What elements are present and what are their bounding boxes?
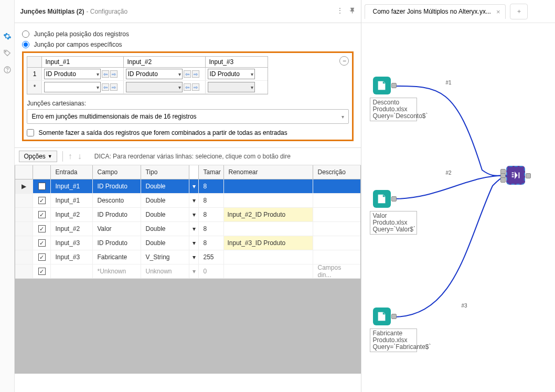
cell-desc [313, 179, 360, 193]
move-left-icon[interactable]: ⇦ [184, 70, 191, 78]
workflow-canvas[interactable]: #1 #2 #3 Desconto Produto.xlsx Query=`De… [361, 23, 555, 392]
cell-tipo: Double [141, 179, 189, 193]
input-node-2[interactable] [373, 190, 391, 208]
remove-row-button[interactable]: − [339, 56, 349, 66]
grid-row[interactable]: ▶ Input_#1 ID Produto Double ▾ 8 [15, 179, 360, 194]
col-blank [27, 57, 42, 67]
fields-grid-toolbar: Opções▼ ↑ ↓ DICA: Para reordenar várias … [15, 147, 361, 165]
cell-desc [313, 208, 360, 221]
cell-rename[interactable]: Input_#3_ID Produto [224, 236, 313, 250]
move-left-icon[interactable]: ⇦ [184, 83, 191, 91]
new-tab-button[interactable]: + [510, 4, 528, 19]
radio-label: Junção pela posição dos registros [34, 30, 129, 38]
join-config-highlight: Input_#1 Input_#2 Input_#3 1 ID Produto▾… [22, 51, 354, 141]
cartesian-select[interactable]: Erro em junções multidimensionais de mai… [27, 109, 349, 124]
workflow-panel: Como fazer Joins Múltiplos no Alteryx.yx… [361, 0, 555, 392]
type-dropdown-icon[interactable]: ▾ [189, 250, 199, 264]
cell-campo: Fabricante [93, 250, 141, 264]
row-checkbox[interactable] [33, 250, 51, 264]
grid-row[interactable]: Input_#3 ID Produto Double ▾ 8 Input_#3_… [15, 236, 360, 250]
cell-tam: 8 [199, 236, 224, 250]
grid-row[interactable]: Input_#2 Valor Double ▾ 8 [15, 222, 360, 236]
move-right-icon[interactable]: ⇨ [110, 70, 118, 78]
options-button[interactable]: Opções▼ [19, 151, 57, 162]
cell-campo: Desconto [93, 194, 141, 207]
cell-rename[interactable] [224, 179, 313, 193]
row-checkbox[interactable] [33, 179, 51, 193]
svg-point-0 [5, 51, 6, 52]
side-icon-rail [0, 0, 15, 392]
type-dropdown-icon[interactable]: ▾ [189, 264, 199, 278]
cell-campo: ID Produto [93, 179, 141, 193]
row-checkbox[interactable] [33, 236, 51, 250]
type-dropdown-icon[interactable]: ▾ [189, 208, 199, 221]
edge-label-3: #3 [461, 303, 467, 309]
cartesian-label: Junções cartesianas: [27, 100, 349, 107]
move-left-icon[interactable]: ⇦ [102, 83, 109, 91]
cell-tam: 255 [199, 250, 224, 264]
cell-desc [313, 222, 360, 236]
row-checkbox[interactable] [33, 222, 51, 236]
cell-tipo: Double [141, 236, 189, 250]
move-left-icon[interactable]: ⇦ [102, 70, 109, 78]
cell-entrada: Input_#1 [51, 179, 93, 193]
only-joined-checkbox[interactable]: Somente fazer a saída dos registros que … [27, 129, 349, 136]
type-dropdown-icon[interactable]: ▾ [189, 179, 199, 193]
col-input2: Input_#2 [124, 57, 206, 67]
move-down-icon[interactable]: ↓ [78, 152, 82, 161]
field-select-2[interactable]: ID Produto▾ [126, 69, 183, 79]
move-right-icon[interactable]: ⇨ [192, 83, 199, 91]
grid-row[interactable]: Input_#2 ID Produto Double ▾ 8 Input_#2_… [15, 208, 360, 222]
move-right-icon[interactable]: ⇨ [110, 83, 118, 91]
input-node-1[interactable] [373, 77, 391, 94]
cell-tam: 8 [199, 222, 224, 236]
field-select-disabled: ▾ [208, 82, 255, 92]
edge-label-1: #1 [445, 80, 451, 86]
cell-rename[interactable] [224, 250, 313, 264]
help-icon[interactable] [3, 65, 12, 75]
field-select-1[interactable]: ID Produto▾ [44, 69, 101, 79]
join-multiple-node[interactable] [506, 166, 525, 185]
grid-row[interactable]: Input_#3 Fabricante V_String ▾ 255 [15, 250, 360, 264]
cell-rename[interactable] [224, 194, 313, 207]
row-checkbox[interactable] [33, 208, 51, 221]
cell-tam: 8 [199, 194, 224, 207]
cartesian-value: Erro em junções multidimensionais de mai… [31, 113, 196, 120]
col-desc: Descrição [313, 165, 360, 179]
cell-rename[interactable]: Input_#2_ID Produto [224, 208, 313, 221]
grid-row[interactable]: *Unknown Unknown ▾ 0 Campos din... [15, 264, 360, 279]
type-dropdown-icon[interactable]: ▾ [189, 236, 199, 250]
row-checkbox[interactable] [33, 194, 51, 207]
pin-icon[interactable] [348, 7, 356, 16]
cell-desc: Campos din... [313, 264, 360, 278]
gear-icon[interactable] [3, 31, 12, 41]
join-multiple-icon [506, 166, 525, 185]
col-input3: Input_#3 [206, 57, 268, 67]
cell-rename[interactable] [224, 264, 313, 278]
menu-icon[interactable]: ⋮ [337, 7, 343, 16]
cell-desc [313, 250, 360, 264]
radio-by-position[interactable]: Junção pela posição dos registros [22, 30, 354, 38]
row-num: 1 [27, 68, 42, 80]
col-ren: Renomear [224, 165, 313, 179]
cell-tam: 8 [199, 208, 224, 221]
field-select-empty[interactable]: ▾ [44, 82, 101, 92]
type-dropdown-icon[interactable]: ▾ [189, 222, 199, 236]
move-up-icon[interactable]: ↑ [68, 152, 72, 161]
move-right-icon[interactable]: ⇨ [192, 70, 199, 78]
join-fields-table: Input_#1 Input_#2 Input_#3 1 ID Produto▾… [27, 56, 268, 94]
radio-by-fields[interactable]: Junção por campos específicos [22, 41, 354, 48]
col-tam: Tamar [199, 165, 224, 179]
row-checkbox[interactable] [33, 264, 51, 278]
cell-rename[interactable] [224, 222, 313, 236]
node-label-1: Desconto Produto.xlsx Query=`Desconto$` [370, 98, 417, 121]
cell-tipo: Double [141, 222, 189, 236]
input-node-3[interactable] [373, 308, 391, 325]
workflow-tab[interactable]: Como fazer Joins Múltiplos no Alteryx.yx… [365, 4, 506, 19]
cell-campo: *Unknown [93, 264, 141, 278]
field-select-3[interactable]: ID Produto▾ [208, 69, 255, 79]
close-tab-icon[interactable]: × [496, 8, 500, 16]
type-dropdown-icon[interactable]: ▾ [189, 194, 199, 207]
tag-icon[interactable] [3, 48, 12, 58]
grid-row[interactable]: Input_#1 Desconto Double ▾ 8 [15, 194, 360, 208]
